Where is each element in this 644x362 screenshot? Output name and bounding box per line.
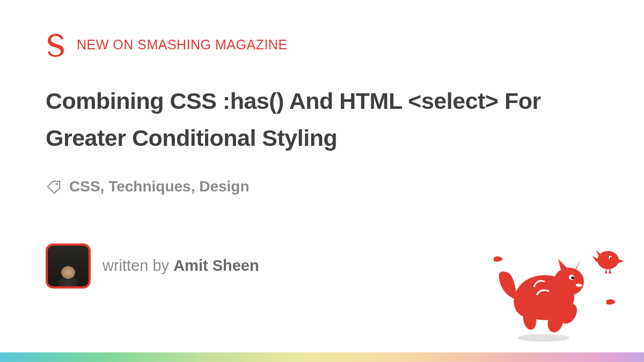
- svg-point-1: [597, 251, 619, 269]
- author-byline: written by Amit Sheen: [103, 257, 259, 275]
- header-row: NEW ON SMASHING MAGAZINE: [46, 32, 598, 57]
- svg-point-7: [572, 277, 574, 279]
- tags-text: CSS, Techniques, Design: [69, 178, 250, 195]
- tag-icon: [46, 179, 62, 195]
- svg-point-12: [518, 334, 569, 342]
- written-by-prefix: written by: [103, 257, 173, 274]
- category-label: NEW ON SMASHING MAGAZINE: [77, 37, 288, 53]
- svg-point-3: [610, 257, 612, 259]
- article-title: Combining CSS :has() And HTML <select> F…: [46, 83, 598, 157]
- svg-point-0: [56, 183, 58, 185]
- mascot-cat-bird-icon: [486, 228, 625, 346]
- author-avatar: [46, 243, 91, 289]
- gradient-footer-bar: [0, 352, 644, 362]
- tags-row: CSS, Techniques, Design: [46, 178, 598, 195]
- svg-point-5: [554, 268, 584, 295]
- smashing-logo-icon: [46, 32, 66, 57]
- author-name: Amit Sheen: [173, 257, 259, 274]
